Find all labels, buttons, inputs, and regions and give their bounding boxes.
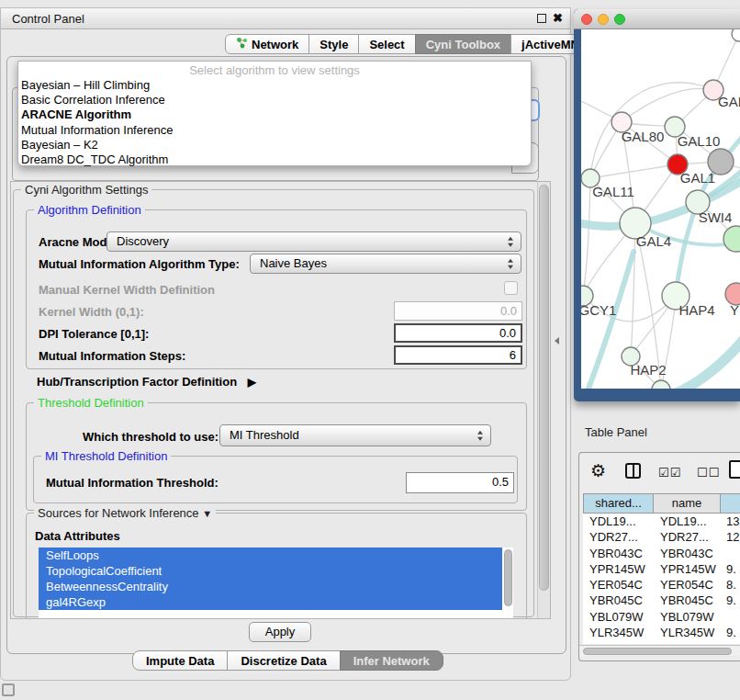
close-icon[interactable]: ✖ <box>553 11 563 25</box>
network-node-label: SWI4 <box>699 209 733 225</box>
tab-network[interactable]: Network <box>225 34 309 54</box>
table-row[interactable]: YLR345WYLR345W9. <box>583 625 740 640</box>
manual-kernel-checkbox[interactable] <box>504 281 518 295</box>
sources-legend-toggle[interactable]: Sources for Network Inference ▼ <box>34 506 216 520</box>
tab-infer-network[interactable]: Infer Network <box>340 650 443 671</box>
table-toolbar: ⚙ ☑☑ ☐☐ <box>579 453 740 491</box>
mi-type-label: Mutual Information Algorithm Type: <box>39 257 240 271</box>
tab-cyni-toolbox[interactable]: Cyni Toolbox <box>415 34 511 54</box>
table-cell: 9. <box>722 593 740 608</box>
list-item[interactable]: SelfLoops <box>39 548 502 563</box>
collapse-arrow-icon: ▼ <box>202 508 212 519</box>
network-edge-highlighted[interactable] <box>583 252 633 389</box>
tab-select[interactable]: Select <box>358 34 415 54</box>
tab-label: Select <box>369 35 404 54</box>
groupbox-legend: MI Threshold Definition <box>41 449 171 463</box>
table-cell: YDL19... <box>583 514 654 529</box>
column-header-name[interactable]: name <box>653 493 721 514</box>
gear-icon[interactable]: ⚙ <box>590 460 606 481</box>
table-cell: 12 <box>722 529 740 545</box>
table-cell: YBR043C <box>583 546 654 561</box>
table-cell: YIL053C <box>583 640 654 644</box>
list-item[interactable]: TopologicalCoefficient <box>39 563 502 579</box>
network-node-edge-node-top[interactable] <box>732 29 740 41</box>
dropdown-item[interactable]: Bayesian – Hill Climbing <box>18 78 531 93</box>
dropdown-item[interactable]: Dream8 DC_TDC Algorithm <box>18 152 531 167</box>
dropdown-item[interactable]: Basic Correlation Inference <box>18 93 531 107</box>
table-row[interactable]: YIL053CYIL053C9. <box>583 640 740 644</box>
table-cell: YBR043C <box>654 546 722 561</box>
aracne-mode-combobox[interactable]: Discovery <box>107 231 521 252</box>
horizontal-scrollbar-thumb[interactable] <box>583 648 732 655</box>
kernel-width-label: Kernel Width (0,1): <box>39 305 144 319</box>
table-row[interactable]: YDR27...YDR27...12 <box>583 529 740 545</box>
horizontal-scrollbar-track[interactable] <box>579 645 740 656</box>
dropdown-prompt: Select algorithm to view settings <box>18 62 531 78</box>
mi-type-combobox[interactable]: Naive Bayes <box>250 254 521 274</box>
table-cell: YLR345W <box>583 625 654 640</box>
network-canvas[interactable]: GALGAL80GAL10GAL1GAL11SWI4GAL4GCY1HAP4YH… <box>581 29 740 389</box>
zoom-traffic-light-icon[interactable] <box>614 14 625 25</box>
network-node-gray-node[interactable] <box>708 149 734 175</box>
network-node-bottom-node[interactable] <box>652 380 670 389</box>
apply-button[interactable]: Apply <box>249 622 311 642</box>
list-item[interactable]: gal4RGexp <box>39 594 502 610</box>
table-cell: 8. <box>722 577 740 593</box>
dropdown-item[interactable]: Mutual Information Inference <box>18 123 531 138</box>
minimized-panel-icon[interactable] <box>2 683 15 696</box>
stepper-arrows-icon <box>477 431 483 441</box>
table-row[interactable]: YBL079WYBL079W <box>583 609 740 625</box>
table-cell: YBL079W <box>654 609 722 625</box>
network-window-titlebar <box>574 9 740 29</box>
table-cell: YDR27... <box>583 529 654 545</box>
network-edge[interactable] <box>590 164 678 178</box>
hub-definition-toggle[interactable]: Hub/Transcription Factor Definition ▶ <box>37 375 256 389</box>
panel-title: Control Panel <box>12 12 84 26</box>
split-columns-icon[interactable] <box>625 463 641 479</box>
table-row[interactable]: YER054CYER054C8. <box>583 577 740 593</box>
table-cell: YPR145W <box>583 561 654 577</box>
panel-divider-collapse-handle[interactable] <box>555 337 559 344</box>
table-cell: 9. <box>722 640 740 644</box>
list-scrollbar-thumb[interactable] <box>504 549 512 606</box>
network-edge-highlighted[interactable] <box>660 336 740 389</box>
which-threshold-label: Which threshold to use: <box>83 430 219 444</box>
column-header-clipped[interactable] <box>720 493 740 514</box>
vertical-scrollbar-thumb[interactable] <box>539 185 549 591</box>
tab-style[interactable]: Style <box>308 34 359 54</box>
close-traffic-light-icon[interactable] <box>581 14 592 25</box>
tab-discretize-data[interactable]: Discretize Data <box>227 650 340 671</box>
deselect-columns-icon[interactable]: ☐☐ <box>697 466 720 480</box>
float-window-icon[interactable] <box>537 14 546 23</box>
column-header-shared[interactable]: shared... <box>583 493 654 514</box>
network-svg: GALGAL80GAL10GAL1GAL11SWI4GAL4GCY1HAP4YH… <box>581 29 740 389</box>
mi-steps-field[interactable]: 6 <box>394 345 522 365</box>
table-row[interactable]: YPR145WYPR145W9. <box>583 561 740 577</box>
tab-impute-data[interactable]: Impute Data <box>132 650 228 671</box>
new-table-icon[interactable] <box>729 460 740 479</box>
list-item[interactable]: BetweennessCentrality <box>39 579 502 594</box>
kernel-width-field[interactable]: 0.0 <box>394 301 522 321</box>
network-edge[interactable] <box>583 178 590 296</box>
minimize-traffic-light-icon[interactable] <box>598 14 609 25</box>
table-row[interactable]: YBR045CYBR045C9. <box>583 593 740 608</box>
dropdown-item[interactable]: Bayesian – K2 <box>18 138 531 152</box>
network-node-label: GAL4 <box>636 233 671 249</box>
network-edge[interactable] <box>622 88 713 122</box>
network-edge[interactable] <box>631 223 635 356</box>
table-row[interactable]: YDL19...YDL19...13 <box>583 514 740 529</box>
network-node-label: HAP4 <box>678 302 714 318</box>
vertical-scrollbar-track[interactable] <box>537 182 550 618</box>
network-node-green-right[interactable] <box>723 226 740 252</box>
table-cell: YER054C <box>654 577 722 593</box>
which-threshold-combobox[interactable]: MI Threshold <box>219 424 491 446</box>
control-panel-titlebar: Control Panel ✖ <box>1 8 570 29</box>
table-row[interactable]: YBR043CYBR043C <box>583 546 740 561</box>
network-node-label: HAP2 <box>630 362 666 378</box>
tab-label: Network <box>252 35 298 54</box>
mi-threshold-field[interactable]: 0.5 <box>406 472 514 493</box>
expand-arrow-icon: ▶ <box>248 376 256 389</box>
dropdown-item-selected[interactable]: ARACNE Algorithm <box>18 107 531 122</box>
select-columns-icon[interactable]: ☑☑ <box>658 466 681 480</box>
dpi-tolerance-field[interactable]: 0.0 <box>394 323 522 343</box>
